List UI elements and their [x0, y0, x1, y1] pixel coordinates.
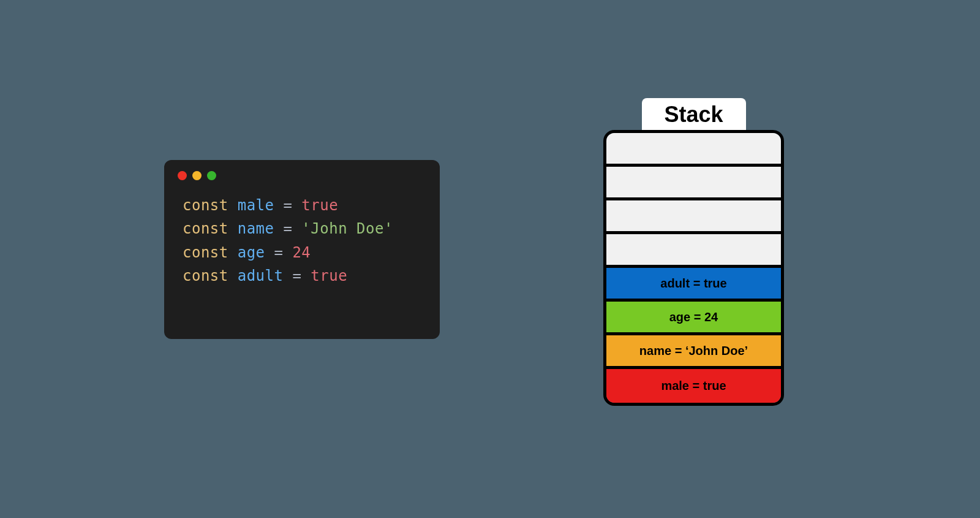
code-body: const male = true const name = 'John Doe… [164, 194, 440, 288]
code-keyword: const [183, 267, 228, 284]
code-line: const adult = true [183, 264, 440, 288]
code-operator: = [274, 197, 302, 214]
stack-slot-empty [606, 200, 781, 234]
code-value: 'John Doe' [301, 220, 393, 237]
code-value: true [301, 197, 338, 214]
stack-slot-empty [606, 133, 781, 167]
window-traffic-lights [164, 171, 440, 194]
code-line: const name = 'John Doe' [183, 217, 440, 240]
stack-slot-label: age = 24 [669, 310, 718, 324]
stack-slot-age: age = 24 [606, 302, 781, 335]
code-keyword: const [183, 220, 228, 237]
stack-slot-label: male = true [661, 379, 726, 393]
stack-slot-empty [606, 234, 781, 268]
code-value: 24 [292, 244, 311, 261]
code-operator: = [265, 244, 293, 261]
code-identifier: adult [238, 267, 284, 284]
code-operator: = [274, 220, 302, 237]
stack-slot-label: name = ‘John Doe’ [639, 344, 748, 358]
code-line: const age = 24 [183, 241, 440, 264]
code-identifier: name [238, 220, 274, 237]
code-identifier: age [238, 244, 265, 261]
code-keyword: const [183, 197, 228, 214]
code-keyword: const [183, 244, 228, 261]
stack-slot-empty [606, 167, 781, 200]
stack-slot-male: male = true [606, 369, 781, 403]
stack-box: adult = true age = 24 name = ‘John Doe’ … [603, 130, 784, 406]
maximize-icon [207, 171, 216, 180]
code-identifier: male [238, 197, 274, 214]
code-window: const male = true const name = 'John Doe… [164, 160, 440, 339]
stack-slot-adult: adult = true [606, 268, 781, 302]
stack-diagram: Stack adult = true age = 24 name = ‘John… [603, 98, 784, 406]
code-value: true [311, 267, 347, 284]
close-icon [178, 171, 187, 180]
code-line: const male = true [183, 194, 440, 217]
stack-title: Stack [642, 98, 746, 130]
stack-slot-label: adult = true [660, 276, 726, 291]
code-operator: = [283, 267, 311, 284]
stack-slot-name: name = ‘John Doe’ [606, 335, 781, 369]
minimize-icon [192, 171, 202, 180]
